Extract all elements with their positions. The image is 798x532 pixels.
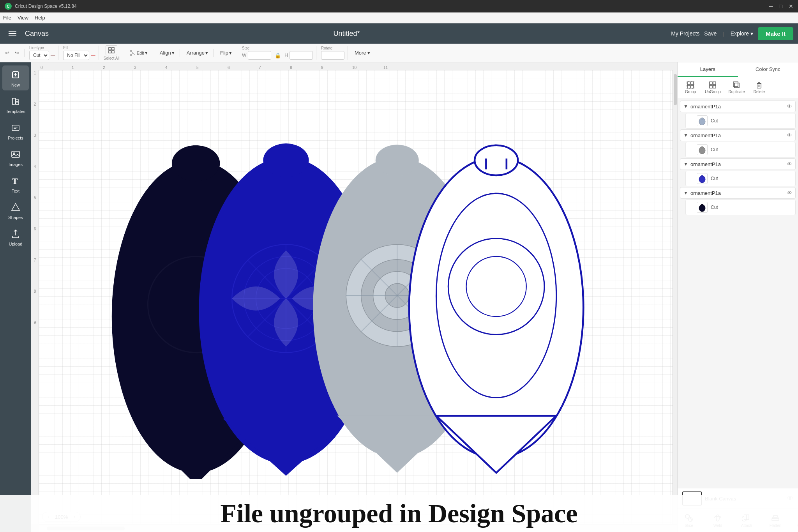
eye-icon-3[interactable]: 👁 xyxy=(787,161,792,167)
lock-icon[interactable]: 🔒 xyxy=(273,51,283,60)
app-title: Cricut Design Space v5.12.84 xyxy=(15,4,77,9)
zoom-out-button[interactable]: ← xyxy=(46,513,53,520)
save-button[interactable]: Save xyxy=(704,30,717,37)
svg-rect-23 xyxy=(275,158,297,171)
my-projects-button[interactable]: My Projects xyxy=(671,30,699,37)
explore-button[interactable]: Explore ▾ xyxy=(731,30,753,37)
attach-button[interactable]: Attach xyxy=(737,513,756,528)
ungroup-label: UnGroup xyxy=(705,90,721,94)
edit-group: Edit ▾ xyxy=(128,49,153,57)
ruler-tick-11: 11 xyxy=(383,65,414,70)
layer-group-1: ▼ ornamentP1a 👁 Cut xyxy=(678,101,798,129)
tab-color-sync[interactable]: Color Sync xyxy=(738,62,798,77)
hamburger-menu[interactable] xyxy=(5,26,20,41)
delete-button[interactable]: Delete xyxy=(749,80,769,95)
eye-icon-2[interactable]: 👁 xyxy=(787,132,792,138)
arrange-button[interactable]: Arrange ▾ xyxy=(185,49,210,57)
window-controls[interactable]: ─ □ ✕ xyxy=(769,3,793,9)
layer-child-1[interactable]: Cut xyxy=(685,113,796,129)
minimize-button[interactable]: ─ xyxy=(769,3,773,9)
menu-file[interactable]: File xyxy=(3,15,11,21)
undo-button[interactable]: ↩ xyxy=(3,49,11,57)
layer-child-3[interactable]: Cut xyxy=(685,171,796,186)
sidebar-item-templates[interactable]: Templates xyxy=(2,92,29,117)
layer-header-1[interactable]: ▼ ornamentP1a 👁 xyxy=(680,101,796,112)
layer-header-3[interactable]: ▼ ornamentP1a 👁 xyxy=(680,158,796,170)
ornaments-svg xyxy=(39,70,677,479)
ungroup-button[interactable]: UnGroup xyxy=(702,80,724,95)
w-label: W xyxy=(242,53,246,58)
align-button[interactable]: Align ▾ xyxy=(158,49,177,57)
linetype-color-swatch: ─ xyxy=(51,52,55,59)
close-button[interactable]: ✕ xyxy=(789,3,793,9)
canvas-scrollbar-vertical[interactable] xyxy=(673,70,677,524)
slice-icon xyxy=(684,513,694,523)
canvas-content[interactable] xyxy=(39,70,677,524)
h-label: H xyxy=(284,53,288,58)
layer-header-4[interactable]: ▼ ornamentP1a 👁 xyxy=(680,187,796,199)
fill-select[interactable]: No Fill xyxy=(63,51,89,60)
slice-button[interactable]: Slice xyxy=(679,513,699,528)
maximize-button[interactable]: □ xyxy=(779,3,782,9)
eye-icon-1[interactable]: 👁 xyxy=(787,103,792,110)
layer-cut-label-4: Cut xyxy=(711,205,718,210)
make-it-button[interactable]: Make It xyxy=(758,27,793,40)
flip-button[interactable]: Flip ▾ xyxy=(218,49,234,57)
fill-color-swatch: ─ xyxy=(91,52,95,59)
group-button[interactable]: Group xyxy=(681,80,700,95)
ruler-tick-v-2: 2 xyxy=(31,101,39,133)
hamburger-line xyxy=(9,35,16,36)
tab-layers[interactable]: Layers xyxy=(678,62,738,77)
layer-child-2[interactable]: Cut xyxy=(685,142,796,157)
sidebar-label-images: Images xyxy=(9,162,23,167)
scissors-icon xyxy=(130,50,136,56)
layer-name-2: ornamentP1a xyxy=(690,133,784,138)
ruler-tick-v-4: 4 xyxy=(31,164,39,195)
weld-button[interactable]: Weld xyxy=(708,513,727,528)
layer-thumbnail-3 xyxy=(697,173,708,184)
scroll-thumb-v[interactable] xyxy=(674,74,677,105)
canvas-scrollbar-horizontal[interactable] xyxy=(39,524,677,532)
more-button[interactable]: More ▾ xyxy=(353,49,372,57)
svg-rect-62 xyxy=(734,83,739,88)
blank-canvas-eye[interactable]: 👁 xyxy=(787,495,793,502)
layer-header-2[interactable]: ▼ ornamentP1a 👁 xyxy=(680,129,796,141)
blank-canvas-bar: Blank Canvas 👁 xyxy=(678,488,798,509)
svg-rect-55 xyxy=(687,85,690,88)
sidebar-item-projects[interactable]: Projects xyxy=(2,118,29,143)
menu-help[interactable]: Help xyxy=(35,15,45,21)
canvas-area[interactable]: 0 1 2 3 4 5 6 7 8 9 10 11 1 2 3 4 5 6 7 … xyxy=(31,62,677,532)
eye-icon-4[interactable]: 👁 xyxy=(787,190,792,196)
scroll-thumb-h[interactable] xyxy=(47,527,125,530)
weld-icon xyxy=(713,513,722,523)
width-input[interactable] xyxy=(248,51,271,60)
flatten-button[interactable]: Flatten xyxy=(766,513,785,528)
svg-marker-35 xyxy=(337,416,457,473)
menu-view[interactable]: View xyxy=(18,15,28,21)
layer-cut-label-2: Cut xyxy=(711,147,718,152)
select-all-button[interactable] xyxy=(106,45,117,55)
sidebar-item-upload[interactable]: Upload xyxy=(2,224,29,249)
sidebar-item-shapes[interactable]: Shapes xyxy=(2,198,29,223)
layer-child-4[interactable]: Cut xyxy=(685,200,796,215)
toolbar-right: My Projects Save | Explore ▾ Make It xyxy=(671,27,793,40)
svg-rect-59 xyxy=(713,82,716,85)
redo-button[interactable]: ↪ xyxy=(13,49,21,57)
new-icon xyxy=(9,69,22,81)
sidebar-item-text[interactable]: T Text xyxy=(2,171,29,196)
duplicate-button[interactable]: Duplicate xyxy=(726,80,748,95)
rotate-input[interactable] xyxy=(321,51,344,60)
select-all-group: Select All xyxy=(104,45,123,60)
linetype-select[interactable]: Cut xyxy=(29,51,49,60)
sidebar-item-images[interactable]: Images xyxy=(2,145,29,170)
sidebar-item-new[interactable]: New xyxy=(2,65,29,90)
edit-button[interactable]: Edit ▾ xyxy=(128,49,150,57)
svg-rect-1 xyxy=(112,48,114,50)
svg-rect-56 xyxy=(691,85,694,88)
height-input[interactable] xyxy=(290,51,313,60)
svg-rect-53 xyxy=(687,82,690,85)
zoom-in-button[interactable]: → xyxy=(70,513,76,520)
chevron-down-icon: ▾ xyxy=(750,30,753,37)
ruler-tick-1: 1 xyxy=(71,65,102,70)
contour-button[interactable]: Contour xyxy=(794,513,798,528)
